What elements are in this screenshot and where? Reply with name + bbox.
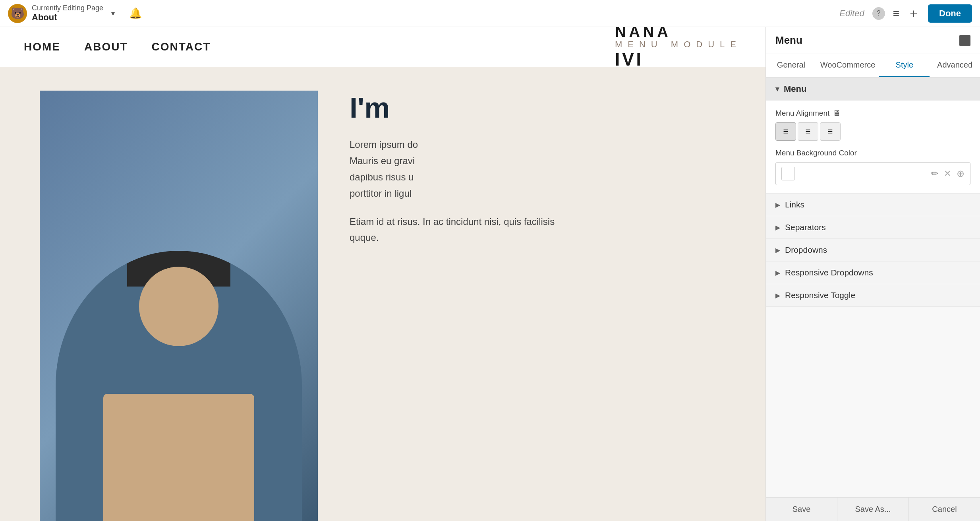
- logo-subtext: MENU MODULE: [615, 39, 742, 50]
- top-bar-right: Edited ? ≡ ＋ Done: [839, 4, 972, 23]
- panel-content: ▾ Menu Menu Alignment 🖥 ≡ ≡ ≡ Menu Backg…: [766, 77, 980, 497]
- content-area: I'm Lorem ipsum do Mauris eu gravi dapib…: [0, 67, 765, 521]
- links-title: Links: [785, 200, 804, 209]
- help-icon[interactable]: ?: [872, 7, 885, 20]
- editing-info: Currently Editing Page About: [32, 4, 103, 23]
- panel-tabs: General WooCommerce Style Advanced: [766, 54, 980, 77]
- nav-logo: NANA MENU MODULE IVI: [615, 27, 742, 70]
- eyedropper-icon[interactable]: ✏: [931, 169, 938, 179]
- currently-editing-label: Currently Editing Page: [32, 4, 103, 12]
- links-section[interactable]: ▶ Links: [766, 194, 980, 216]
- responsive-toggle-chevron: ▶: [775, 292, 780, 299]
- menu-section-title: Menu: [784, 84, 806, 94]
- minimize-button[interactable]: [959, 35, 970, 46]
- body-text-footer: Etiam id at risus. In ac tincidunt nisi,…: [350, 214, 556, 246]
- color-input[interactable]: [798, 167, 931, 181]
- color-field: ✏ ✕ ⊕: [775, 162, 970, 185]
- color-clear-button[interactable]: ✕: [944, 169, 951, 179]
- person-head: [139, 267, 218, 346]
- save-button[interactable]: Save: [766, 498, 837, 521]
- add-icon[interactable]: ＋: [907, 5, 920, 22]
- align-center-button[interactable]: ≡: [798, 122, 818, 141]
- logo-text: NANA: [615, 27, 742, 39]
- tab-style[interactable]: Style: [879, 54, 930, 77]
- body-text-3: dapibus risus u: [350, 172, 414, 182]
- tab-general[interactable]: General: [766, 54, 816, 77]
- site-nav: HOME ABOUT CONTACT NANA MENU MODULE IVI: [0, 27, 765, 67]
- links-chevron: ▶: [775, 201, 780, 209]
- bg-color-label-text: Menu Background Color: [775, 149, 857, 157]
- align-left-button[interactable]: ≡: [775, 122, 796, 141]
- menu-section-header[interactable]: ▾ Menu: [766, 77, 980, 101]
- body-text-1: Lorem ipsum do: [350, 139, 418, 150]
- tab-advanced[interactable]: Advanced: [930, 54, 980, 77]
- monitor-icon: 🖥: [833, 108, 841, 118]
- dropdowns-chevron: ▶: [775, 246, 780, 254]
- tab-woocommerce[interactable]: WooCommerce: [816, 54, 879, 77]
- responsive-dropdowns-title: Responsive Dropdowns: [785, 268, 873, 277]
- page-name-label: About: [32, 12, 103, 23]
- alignment-buttons: ≡ ≡ ≡: [775, 122, 970, 141]
- dropdowns-title: Dropdowns: [785, 245, 827, 255]
- nav-links: HOME ABOUT CONTACT: [24, 41, 211, 53]
- bear-logo: 🐻: [8, 4, 27, 23]
- separators-title: Separators: [785, 223, 826, 232]
- main-layout: HOME ABOUT CONTACT NANA MENU MODULE IVI …: [0, 27, 980, 521]
- responsive-toggle-section[interactable]: ▶ Responsive Toggle: [766, 284, 980, 307]
- intro-text: I'm: [350, 91, 734, 125]
- person-body: [103, 394, 254, 521]
- text-content: I'm Lorem ipsum do Mauris eu gravi dapib…: [318, 67, 765, 521]
- body-text: Lorem ipsum do Mauris eu gravi dapibus r…: [350, 137, 556, 201]
- responsive-dropdowns-chevron: ▶: [775, 269, 780, 277]
- page-canvas: HOME ABOUT CONTACT NANA MENU MODULE IVI …: [0, 27, 765, 521]
- align-right-button[interactable]: ≡: [820, 122, 841, 141]
- cancel-button[interactable]: Cancel: [909, 498, 980, 521]
- separators-chevron: ▶: [775, 224, 780, 231]
- nav-about[interactable]: ABOUT: [84, 41, 128, 53]
- alignment-label-text: Menu Alignment: [775, 109, 829, 118]
- bg-color-label: Menu Background Color: [775, 149, 970, 157]
- list-icon[interactable]: ≡: [893, 7, 899, 20]
- color-preview[interactable]: [781, 167, 795, 180]
- person-image: [40, 91, 318, 521]
- dropdowns-section[interactable]: ▶ Dropdowns: [766, 239, 980, 261]
- person-silhouette: [56, 251, 302, 521]
- alignment-label: Menu Alignment 🖥: [775, 108, 970, 118]
- menu-section-body: Menu Alignment 🖥 ≡ ≡ ≡ Menu Background C…: [766, 101, 980, 194]
- edited-label: Edited: [839, 8, 864, 19]
- panel-title: Menu: [775, 34, 802, 46]
- page-dropdown-arrow[interactable]: ▾: [111, 9, 115, 18]
- menu-section-chevron: ▾: [775, 85, 779, 93]
- top-bar-left: 🐻 Currently Editing Page About ▾ 🔔: [8, 4, 142, 23]
- top-bar: 🐻 Currently Editing Page About ▾ 🔔 Edite…: [0, 0, 980, 27]
- notifications-icon[interactable]: 🔔: [129, 7, 142, 19]
- responsive-dropdowns-section[interactable]: ▶ Responsive Dropdowns: [766, 261, 980, 284]
- color-plus-button[interactable]: ⊕: [957, 168, 965, 179]
- separators-section[interactable]: ▶ Separators: [766, 216, 980, 239]
- done-button[interactable]: Done: [928, 4, 972, 23]
- save-as-button[interactable]: Save As...: [837, 498, 909, 521]
- body-text-4: porttitor in ligul: [350, 188, 412, 199]
- responsive-toggle-title: Responsive Toggle: [785, 291, 855, 300]
- panel-header: Menu: [766, 27, 980, 54]
- panel-footer: Save Save As... Cancel: [766, 497, 980, 521]
- right-panel: Menu General WooCommerce Style Advanced …: [765, 27, 980, 521]
- nav-home[interactable]: HOME: [24, 41, 60, 53]
- body-text-2: Mauris eu gravi: [350, 155, 415, 166]
- nav-contact[interactable]: CONTACT: [152, 41, 211, 53]
